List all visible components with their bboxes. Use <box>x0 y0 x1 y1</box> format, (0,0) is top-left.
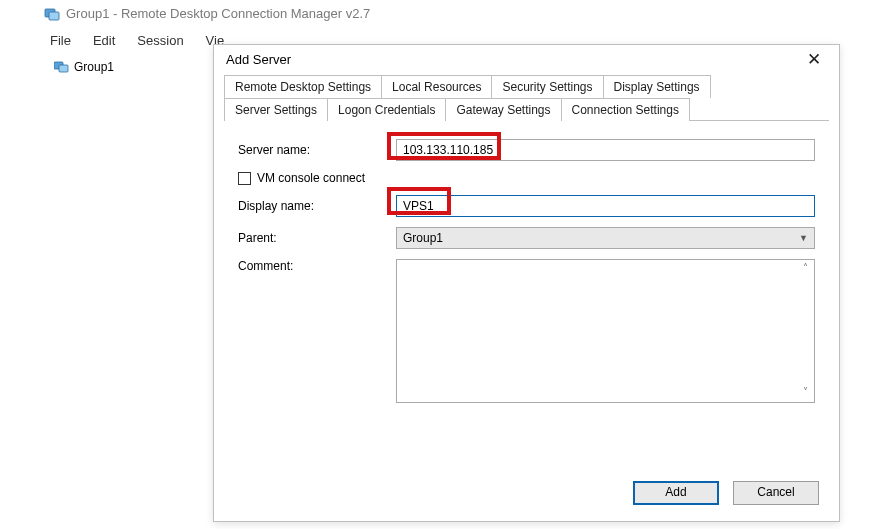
close-icon[interactable]: ✕ <box>797 51 831 68</box>
tab-logon-credentials[interactable]: Logon Credentials <box>327 98 446 121</box>
svg-rect-1 <box>49 12 59 20</box>
chevron-down-icon: ▼ <box>799 233 808 243</box>
server-name-label: Server name: <box>238 143 396 157</box>
display-name-input[interactable] <box>396 195 815 217</box>
menu-file[interactable]: File <box>50 33 71 48</box>
tree-root-label: Group1 <box>74 60 114 74</box>
app-icon <box>44 6 60 22</box>
dialog-title: Add Server <box>226 52 291 67</box>
cancel-button[interactable]: Cancel <box>733 481 819 505</box>
add-button[interactable]: Add <box>633 481 719 505</box>
svg-rect-3 <box>59 65 68 72</box>
scroll-up-icon[interactable]: ˄ <box>798 262 812 276</box>
tab-connection-settings[interactable]: Connection Settings <box>561 98 690 121</box>
tab-strip: Remote Desktop Settings Local Resources … <box>214 74 839 121</box>
tab-gateway-settings[interactable]: Gateway Settings <box>445 98 561 121</box>
scroll-down-icon[interactable]: ˅ <box>798 386 812 400</box>
tab-local-resources[interactable]: Local Resources <box>381 75 492 98</box>
display-name-label: Display name: <box>238 199 396 213</box>
comment-label: Comment: <box>238 259 396 273</box>
tab-remote-desktop-settings[interactable]: Remote Desktop Settings <box>224 75 382 98</box>
tab-display-settings[interactable]: Display Settings <box>603 75 711 98</box>
parent-label: Parent: <box>238 231 396 245</box>
checkbox-box-icon <box>238 172 251 185</box>
parent-select[interactable]: Group1 ▼ <box>396 227 815 249</box>
window-title: Group1 - Remote Desktop Connection Manag… <box>66 6 370 21</box>
vm-console-connect-label: VM console connect <box>257 171 365 185</box>
vm-console-connect-checkbox[interactable]: VM console connect <box>238 171 815 185</box>
tab-security-settings[interactable]: Security Settings <box>491 75 603 98</box>
tab-server-settings[interactable]: Server Settings <box>224 98 328 121</box>
add-server-dialog: Add Server ✕ Remote Desktop Settings Loc… <box>213 44 840 522</box>
group-icon <box>54 60 70 74</box>
main-window-title-bar: Group1 - Remote Desktop Connection Manag… <box>0 0 870 25</box>
menu-session[interactable]: Session <box>137 33 183 48</box>
textarea-scrollbar[interactable]: ˄ ˅ <box>798 262 812 400</box>
menu-edit[interactable]: Edit <box>93 33 115 48</box>
comment-textarea[interactable]: ˄ ˅ <box>396 259 815 403</box>
parent-selected-value: Group1 <box>403 231 443 245</box>
server-name-input[interactable] <box>396 139 815 161</box>
